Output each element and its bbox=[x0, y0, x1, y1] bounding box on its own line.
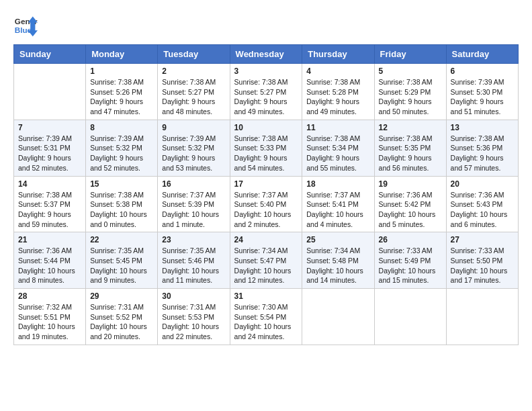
calendar-cell: 22 Sunrise: 7:35 AM Sunset: 5:45 PM Dayl… bbox=[86, 232, 158, 289]
weekday-header: Wednesday bbox=[230, 45, 302, 64]
calendar-cell: 29 Sunrise: 7:31 AM Sunset: 5:52 PM Dayl… bbox=[86, 289, 158, 345]
day-number: 2 bbox=[162, 66, 225, 76]
day-number: 4 bbox=[306, 66, 369, 76]
cell-content: Sunrise: 7:38 AM Sunset: 5:37 PM Dayligh… bbox=[18, 190, 81, 230]
sunrise-text: Sunrise: 7:33 AM bbox=[451, 246, 504, 255]
calendar-cell: 4 Sunrise: 7:38 AM Sunset: 5:28 PM Dayli… bbox=[302, 64, 374, 120]
calendar-cell: 16 Sunrise: 7:37 AM Sunset: 5:39 PM Dayl… bbox=[158, 176, 230, 232]
sunset-text: Sunset: 5:50 PM bbox=[451, 257, 503, 265]
sunset-text: Sunset: 5:28 PM bbox=[306, 88, 359, 96]
day-number: 27 bbox=[451, 235, 514, 244]
calendar-cell: 11 Sunrise: 7:38 AM Sunset: 5:34 PM Dayl… bbox=[302, 120, 374, 176]
calendar-cell bbox=[302, 289, 374, 345]
cell-content: Sunrise: 7:33 AM Sunset: 5:50 PM Dayligh… bbox=[451, 246, 514, 285]
cell-content: Sunrise: 7:38 AM Sunset: 5:28 PM Dayligh… bbox=[306, 77, 369, 117]
sunset-text: Sunset: 5:44 PM bbox=[18, 257, 71, 265]
sunset-text: Sunset: 5:45 PM bbox=[90, 257, 142, 265]
calendar-week: 21 Sunrise: 7:36 AM Sunset: 5:44 PM Dayl… bbox=[14, 232, 519, 289]
calendar-cell: 31 Sunrise: 7:30 AM Sunset: 5:54 PM Dayl… bbox=[230, 289, 302, 345]
weekday-header: Sunday bbox=[14, 45, 86, 64]
cell-content: Sunrise: 7:39 AM Sunset: 5:31 PM Dayligh… bbox=[18, 134, 81, 173]
calendar-cell: 12 Sunrise: 7:38 AM Sunset: 5:35 PM Dayl… bbox=[374, 120, 446, 176]
calendar-cell: 21 Sunrise: 7:36 AM Sunset: 5:44 PM Dayl… bbox=[14, 232, 86, 289]
day-number: 3 bbox=[234, 66, 298, 76]
sunrise-text: Sunrise: 7:34 AM bbox=[306, 246, 360, 255]
sunrise-text: Sunrise: 7:38 AM bbox=[234, 134, 288, 142]
sunset-text: Sunset: 5:31 PM bbox=[18, 144, 71, 152]
sunrise-text: Sunrise: 7:33 AM bbox=[379, 246, 433, 255]
cell-content: Sunrise: 7:38 AM Sunset: 5:38 PM Dayligh… bbox=[90, 190, 153, 230]
calendar-cell: 20 Sunrise: 7:36 AM Sunset: 5:43 PM Dayl… bbox=[446, 176, 518, 232]
sunrise-text: Sunrise: 7:38 AM bbox=[18, 191, 72, 199]
calendar-cell: 8 Sunrise: 7:39 AM Sunset: 5:32 PM Dayli… bbox=[86, 120, 158, 176]
day-number: 6 bbox=[451, 66, 514, 76]
day-number: 8 bbox=[90, 123, 153, 132]
calendar-cell bbox=[446, 289, 518, 345]
calendar-cell: 10 Sunrise: 7:38 AM Sunset: 5:33 PM Dayl… bbox=[230, 120, 302, 176]
sunrise-text: Sunrise: 7:38 AM bbox=[90, 78, 144, 86]
calendar-cell: 25 Sunrise: 7:34 AM Sunset: 5:48 PM Dayl… bbox=[302, 232, 374, 289]
cell-content: Sunrise: 7:38 AM Sunset: 5:26 PM Dayligh… bbox=[90, 77, 153, 117]
day-number: 31 bbox=[234, 291, 298, 301]
calendar-cell: 6 Sunrise: 7:39 AM Sunset: 5:30 PM Dayli… bbox=[446, 64, 518, 120]
daylight-text: Daylight: 10 hours and 24 minutes. bbox=[234, 322, 292, 340]
day-number: 13 bbox=[451, 123, 514, 132]
daylight-text: Daylight: 10 hours and 9 minutes. bbox=[90, 267, 147, 285]
day-number: 14 bbox=[18, 179, 81, 189]
sunset-text: Sunset: 5:32 PM bbox=[90, 144, 142, 152]
calendar-cell: 26 Sunrise: 7:33 AM Sunset: 5:49 PM Dayl… bbox=[374, 232, 446, 289]
weekday-header: Monday bbox=[86, 45, 158, 64]
calendar-cell: 1 Sunrise: 7:38 AM Sunset: 5:26 PM Dayli… bbox=[86, 64, 158, 120]
daylight-text: Daylight: 10 hours and 12 minutes. bbox=[234, 267, 292, 285]
daylight-text: Daylight: 9 hours and 49 minutes. bbox=[234, 97, 287, 116]
sunrise-text: Sunrise: 7:35 AM bbox=[90, 246, 144, 255]
day-number: 26 bbox=[379, 235, 442, 244]
sunset-text: Sunset: 5:30 PM bbox=[451, 88, 503, 96]
calendar-cell: 3 Sunrise: 7:38 AM Sunset: 5:27 PM Dayli… bbox=[230, 64, 302, 120]
weekday-header: Friday bbox=[374, 45, 446, 64]
day-number: 18 bbox=[306, 179, 369, 189]
daylight-text: Daylight: 9 hours and 47 minutes. bbox=[90, 97, 143, 116]
calendar-cell: 19 Sunrise: 7:36 AM Sunset: 5:42 PM Dayl… bbox=[374, 176, 446, 232]
sunrise-text: Sunrise: 7:39 AM bbox=[162, 134, 216, 142]
cell-content: Sunrise: 7:38 AM Sunset: 5:33 PM Dayligh… bbox=[234, 134, 298, 173]
calendar-cell: 17 Sunrise: 7:37 AM Sunset: 5:40 PM Dayl… bbox=[230, 176, 302, 232]
calendar-cell: 30 Sunrise: 7:31 AM Sunset: 5:53 PM Dayl… bbox=[158, 289, 230, 345]
day-number: 30 bbox=[162, 291, 225, 301]
cell-content: Sunrise: 7:37 AM Sunset: 5:40 PM Dayligh… bbox=[234, 190, 298, 230]
day-number: 22 bbox=[90, 235, 153, 244]
cell-content: Sunrise: 7:31 AM Sunset: 5:52 PM Dayligh… bbox=[90, 302, 153, 342]
daylight-text: Daylight: 10 hours and 2 minutes. bbox=[234, 210, 292, 228]
svg-text:Blue: Blue bbox=[15, 26, 32, 34]
daylight-text: Daylight: 10 hours and 8 minutes. bbox=[18, 267, 75, 285]
cell-content: Sunrise: 7:34 AM Sunset: 5:47 PM Dayligh… bbox=[234, 246, 298, 285]
sunrise-text: Sunrise: 7:38 AM bbox=[234, 78, 288, 86]
daylight-text: Daylight: 10 hours and 14 minutes. bbox=[306, 267, 363, 285]
day-number: 21 bbox=[18, 235, 81, 244]
calendar-week: 1 Sunrise: 7:38 AM Sunset: 5:26 PM Dayli… bbox=[14, 64, 519, 120]
cell-content: Sunrise: 7:38 AM Sunset: 5:27 PM Dayligh… bbox=[234, 77, 298, 117]
calendar-cell: 28 Sunrise: 7:32 AM Sunset: 5:51 PM Dayl… bbox=[14, 289, 86, 345]
day-number: 11 bbox=[306, 123, 369, 132]
daylight-text: Daylight: 9 hours and 50 minutes. bbox=[379, 97, 432, 116]
logo-icon: General Blue bbox=[13, 13, 38, 38]
sunset-text: Sunset: 5:32 PM bbox=[162, 144, 214, 152]
sunrise-text: Sunrise: 7:37 AM bbox=[234, 191, 288, 199]
calendar-week: 28 Sunrise: 7:32 AM Sunset: 5:51 PM Dayl… bbox=[14, 289, 519, 345]
sunset-text: Sunset: 5:51 PM bbox=[18, 313, 71, 321]
sunset-text: Sunset: 5:29 PM bbox=[379, 88, 431, 96]
cell-content: Sunrise: 7:34 AM Sunset: 5:48 PM Dayligh… bbox=[306, 246, 369, 285]
cell-content: Sunrise: 7:32 AM Sunset: 5:51 PM Dayligh… bbox=[18, 302, 81, 342]
sunset-text: Sunset: 5:34 PM bbox=[306, 144, 359, 152]
daylight-text: Daylight: 10 hours and 20 minutes. bbox=[90, 322, 147, 340]
cell-content: Sunrise: 7:37 AM Sunset: 5:41 PM Dayligh… bbox=[306, 190, 369, 230]
calendar-cell: 13 Sunrise: 7:38 AM Sunset: 5:36 PM Dayl… bbox=[446, 120, 518, 176]
sunset-text: Sunset: 5:36 PM bbox=[451, 144, 503, 152]
day-number: 16 bbox=[162, 179, 225, 189]
weekday-header: Tuesday bbox=[158, 45, 230, 64]
sunrise-text: Sunrise: 7:38 AM bbox=[306, 78, 360, 86]
sunset-text: Sunset: 5:40 PM bbox=[234, 200, 287, 208]
day-number: 1 bbox=[90, 66, 153, 76]
cell-content: Sunrise: 7:35 AM Sunset: 5:45 PM Dayligh… bbox=[90, 246, 153, 285]
day-number: 7 bbox=[18, 123, 81, 132]
